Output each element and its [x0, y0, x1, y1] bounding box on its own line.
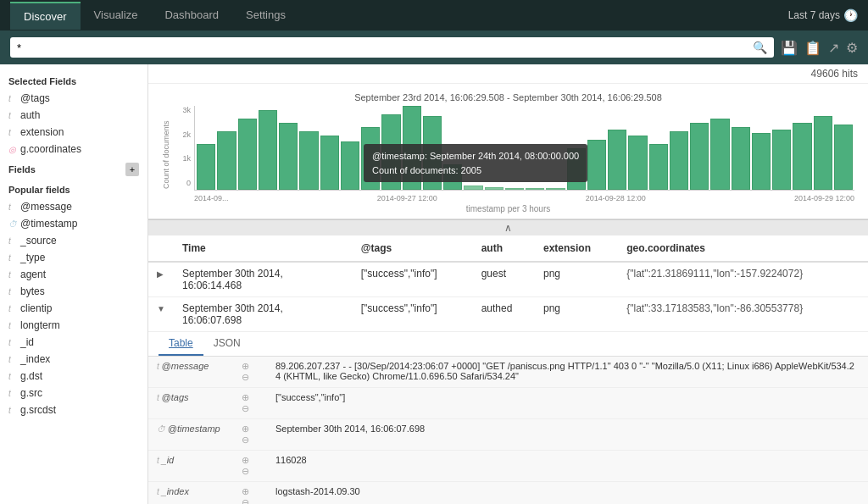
bar[interactable] [690, 123, 709, 190]
popular-field-gdst[interactable]: t g.dst [0, 368, 147, 385]
bar[interactable] [710, 119, 729, 190]
nav-right: Last 7 days 🕐 [788, 8, 858, 22]
bar[interactable] [814, 116, 832, 190]
field-label: _index [20, 353, 50, 365]
main-layout: Selected Fields t @tags t auth t extensi… [0, 64, 868, 504]
search-button[interactable]: 🔍 [753, 41, 767, 54]
tooltip-timestamp: @timestamp: September 24th 2014, 08:00:0… [372, 149, 579, 163]
clock-icon: 🕐 [843, 8, 858, 22]
popular-field-type[interactable]: t _type [0, 249, 147, 266]
settings-icon[interactable]: ⚙ [846, 40, 858, 56]
filter-plus-icon[interactable]: ⊕ [242, 486, 249, 496]
bar[interactable] [793, 123, 811, 190]
field-label: longterm [20, 319, 60, 331]
popular-field-message[interactable]: t @message [0, 198, 147, 215]
chart-title: September 23rd 2014, 16:06:29.508 - Sept… [162, 92, 854, 102]
sidebar: Selected Fields t @tags t auth t extensi… [0, 64, 148, 504]
popular-field-agent[interactable]: t agent [0, 266, 147, 283]
popular-field-gsrc[interactable]: t g.src [0, 385, 147, 402]
load-icon[interactable]: 📋 [804, 40, 821, 56]
row-expand-button[interactable]: ▶ [157, 269, 164, 279]
nav-tab-visualize[interactable]: Visualize [81, 2, 152, 30]
popular-field-longterm[interactable]: t longterm [0, 317, 147, 334]
field-type-icon: t [8, 372, 17, 381]
bar[interactable] [464, 186, 482, 190]
tab-table[interactable]: Table [159, 332, 203, 356]
selected-field-extension[interactable]: t extension [0, 124, 147, 141]
bar[interactable] [752, 133, 771, 190]
bar[interactable] [485, 187, 504, 190]
bar[interactable] [279, 123, 298, 190]
bar[interactable] [546, 188, 565, 190]
popular-field-source[interactable]: t _source [0, 232, 147, 249]
bar[interactable] [299, 131, 318, 190]
selected-field-tags[interactable]: t @tags [0, 90, 147, 107]
collapse-chart-button[interactable]: ∧ [148, 219, 868, 235]
popular-field-id[interactable]: t _id [0, 334, 147, 351]
field-type-icon: t [8, 304, 17, 313]
bar[interactable] [628, 136, 647, 190]
bar[interactable] [505, 188, 524, 190]
bar[interactable] [238, 119, 257, 190]
popular-field-gsrcdst[interactable]: t g.srcdst [0, 402, 147, 418]
filter-plus-icon[interactable]: ⊕ [242, 424, 249, 434]
bar[interactable] [834, 125, 853, 190]
filter-plus-icon[interactable]: ⊕ [242, 392, 249, 402]
detail-row-timestamp: ⏱ @timestamp ⊕ ⊖ September 30th 2014, 16… [148, 419, 868, 451]
field-type-icon: t [8, 94, 17, 103]
field-type-icon: t [8, 389, 17, 398]
popular-field-timestamp[interactable]: ⏱ @timestamp [0, 215, 147, 232]
x-axis: 2014-09... 2014-09-27 12:00 2014-09-28 1… [194, 192, 854, 204]
field-type-icon: t [8, 253, 17, 263]
fields-title: Fields [8, 164, 36, 174]
cell-extension: png [535, 262, 618, 297]
save-icon[interactable]: 💾 [781, 40, 798, 56]
bar[interactable] [732, 127, 750, 190]
popular-field-index[interactable]: t _index [0, 351, 147, 368]
filter-plus-icon[interactable]: ⊕ [242, 361, 249, 371]
col-time: Time [174, 235, 353, 262]
nav-tabs: Discover Visualize Dashboard Settings [10, 2, 299, 30]
field-name-label: @timestamp [168, 424, 220, 434]
filter-plus-icon[interactable]: ⊕ [242, 455, 249, 465]
expanded-detail-row: Table JSON t @message [148, 332, 868, 505]
bar[interactable] [197, 144, 215, 190]
fields-toggle-button[interactable]: + [125, 163, 139, 176]
chart-subtitle: timestamp per 3 hours [162, 204, 854, 219]
selected-field-auth[interactable]: t auth [0, 107, 147, 124]
nav-tab-dashboard[interactable]: Dashboard [151, 2, 232, 30]
bar[interactable] [526, 188, 544, 190]
tab-json[interactable]: JSON [203, 332, 251, 356]
field-name-label: _id [162, 455, 175, 465]
bar[interactable] [649, 144, 668, 190]
filter-minus-icon[interactable]: ⊖ [242, 466, 249, 476]
popular-field-bytes[interactable]: t bytes [0, 283, 147, 300]
share-icon[interactable]: ↗ [828, 40, 839, 56]
bar[interactable] [341, 141, 359, 190]
field-type-icon: t [8, 128, 17, 137]
selected-field-geocoordinates[interactable]: ◎ g.coordinates [0, 141, 147, 158]
nav-tab-settings[interactable]: Settings [232, 2, 299, 30]
bar[interactable] [320, 136, 339, 190]
x-label: 2014-09-29 12:00 [794, 194, 854, 202]
field-type-icon: ⏱ [8, 219, 17, 229]
popular-field-clientip[interactable]: t clientip [0, 300, 147, 317]
bar[interactable] [259, 110, 277, 190]
bar[interactable] [217, 131, 236, 190]
results-table: Time @tags auth extension geo.coordinate… [148, 235, 868, 504]
time-picker[interactable]: Last 7 days 🕐 [788, 8, 858, 22]
search-input[interactable] [17, 42, 753, 54]
filter-minus-icon[interactable]: ⊖ [242, 372, 249, 382]
cell-tags: ["success","info"] [353, 297, 473, 332]
filter-minus-icon[interactable]: ⊖ [242, 435, 249, 445]
bar[interactable] [670, 131, 688, 190]
bar[interactable] [772, 130, 791, 190]
detail-value-timestamp: September 30th 2014, 16:06:07.698 [267, 419, 868, 451]
nav-tab-discover[interactable]: Discover [10, 2, 81, 30]
filter-minus-icon[interactable]: ⊖ [242, 403, 249, 413]
filter-minus-icon[interactable]: ⊖ [242, 497, 249, 504]
bar[interactable] [608, 130, 626, 190]
bar[interactable] [587, 140, 606, 190]
detail-row-tags: t @tags ⊕ ⊖ ["success","info"] [148, 388, 868, 419]
row-collapse-button[interactable]: ▼ [157, 304, 165, 313]
